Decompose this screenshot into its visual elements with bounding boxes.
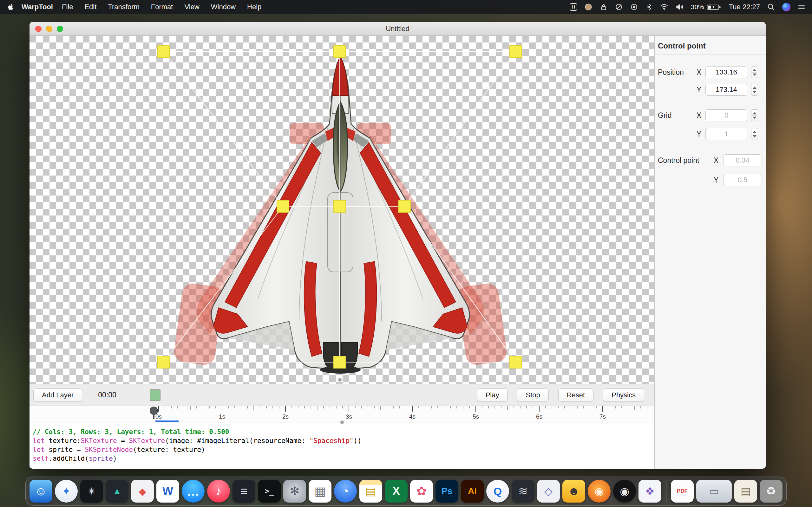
warp-control-handle[interactable] [158,356,170,368]
reset-button[interactable]: Reset [558,389,594,402]
timeline[interactable]: 0s1s2s3s4s5s6s7s [30,406,654,422]
spotlight-search-icon[interactable] [767,3,775,11]
title-bar[interactable]: Untitled [30,22,766,36]
warp-control-handle[interactable] [334,200,346,212]
warp-control-handle[interactable] [277,200,289,212]
code-line: self.addChild(sprite) [33,454,654,463]
warp-control-handle[interactable] [398,200,410,212]
zoom-button[interactable] [57,26,63,32]
physics-button[interactable]: Physics [603,389,644,402]
stepper-up-icon[interactable] [753,112,757,114]
finder-dock-icon[interactable]: ☺ [30,480,52,503]
menu-bar-clock[interactable]: Tue 22:27 [729,3,760,11]
grid-x-field[interactable] [705,109,747,121]
position-y-field[interactable] [705,83,747,96]
gauge-app-dock-icon[interactable]: ◔ [334,480,357,503]
stepper-down-icon[interactable] [753,135,757,137]
mascot-app-dock-icon[interactable]: ☻ [562,480,585,503]
h-app-status-icon[interactable]: H [570,3,577,11]
menu-window[interactable]: Window [205,3,241,11]
writing-app-dock-icon[interactable]: ≡ [233,480,255,503]
position-x-field[interactable] [705,66,747,78]
page-indicator-dot[interactable] [338,378,342,382]
spiral-app-dock-icon[interactable]: ◉ [588,480,611,503]
stepper-up-icon[interactable] [753,87,757,89]
node-editor-dock-icon[interactable]: ❖ [639,480,661,503]
siri-icon[interactable] [782,3,791,11]
quicktime-dock-icon[interactable]: Q [486,480,509,503]
minimize-button[interactable] [46,26,52,32]
dock-separator [666,480,666,502]
menu-format[interactable]: Format [145,3,179,11]
stepper-up-icon[interactable] [753,69,757,71]
slash-circle-status-icon[interactable] [615,3,623,11]
menu-transform[interactable]: Transform [102,3,145,11]
dev-app-dock-icon[interactable]: ▲ [106,480,129,503]
grid-y-field[interactable] [705,128,747,140]
play-button[interactable]: Play [477,389,508,402]
timeline-selection[interactable] [155,420,179,422]
apple-menu[interactable] [7,3,13,11]
stepper-up-icon[interactable] [753,131,757,133]
warp-control-handle[interactable] [334,45,346,57]
round-app-status-icon[interactable] [584,3,593,11]
notification-center-icon[interactable] [798,3,806,11]
battery-icon [706,3,722,11]
spreadsheet-dock-icon[interactable]: X [385,480,408,503]
battery-status[interactable]: 30% [691,3,722,11]
music-dock-icon[interactable]: ♪ [207,480,230,503]
warp-canvas[interactable] [30,36,654,384]
bluetooth-icon[interactable] [645,3,653,11]
illustrator-dock-icon[interactable]: Ai [461,480,484,503]
word-processor-glyph-icon: W [162,485,173,498]
notes-dock-icon[interactable]: ▤ [359,480,382,503]
wifi-icon[interactable] [660,3,669,11]
messages-dock-icon[interactable]: … [182,480,205,503]
system-preferences-dock-icon[interactable]: ✻ [283,480,306,503]
trash-dock-icon[interactable]: ♻ [760,480,782,503]
control-point-x-field[interactable] [723,154,762,166]
close-button[interactable] [35,26,42,32]
app-menu-title[interactable]: WarpTool [21,3,53,11]
code-editor[interactable]: // Cols: 3, Rows: 3, Layers: 1, Total ti… [30,422,654,469]
volume-icon[interactable] [676,3,684,11]
stop-button[interactable]: Stop [517,389,548,402]
word-processor-dock-icon[interactable]: W [156,480,179,503]
timeline-playhead[interactable] [150,406,158,419]
terminal-dock-icon[interactable]: >_ [258,480,281,503]
warp-control-handle[interactable] [510,45,522,57]
editor-column: Add Layer 00:00 Play Stop Reset Physics … [30,36,654,469]
obs-dock-icon[interactable]: ◉ [613,480,636,503]
page-indicator-dot[interactable] [340,420,344,424]
minimized-window-dock-icon[interactable]: ▭ [696,480,732,503]
design-app-glyph-icon: ◆ [139,486,146,497]
menu-help[interactable]: Help [241,3,267,11]
photoshop-dock-icon[interactable]: Ps [436,480,458,503]
safari-dock-icon[interactable]: ✦ [55,480,78,503]
node-editor-glyph-icon: ❖ [645,485,655,498]
warp-control-handle[interactable] [510,356,522,368]
audio-app-dock-icon[interactable]: ≋ [512,480,535,503]
crypto-wallet-dock-icon[interactable]: ◇ [537,480,560,503]
calendar-dock-icon[interactable]: ▦ [309,480,332,503]
pdf-document-dock-icon[interactable]: PDF [671,480,694,503]
menu-edit[interactable]: Edit [79,3,102,11]
photos-dock-icon[interactable]: ✿ [410,480,433,503]
stepper-down-icon[interactable] [753,73,757,76]
illustrator-glyph-icon: Ai [468,486,477,496]
color-swatch[interactable] [150,389,160,401]
hub-status-icon[interactable] [630,3,638,11]
document-dock-icon[interactable]: ▤ [734,480,757,503]
add-layer-button[interactable]: Add Layer [33,389,82,402]
warp-control-handle[interactable] [334,356,346,368]
stepper-down-icon[interactable] [753,117,757,119]
control-point-y-field[interactable] [723,174,762,186]
photo-dark-app-dock-icon[interactable]: ✴ [80,480,103,503]
stepper-down-icon[interactable] [753,91,757,93]
menu-file[interactable]: File [56,3,79,11]
warp-control-handle[interactable] [158,45,170,57]
menu-view[interactable]: View [179,3,205,11]
lock-status-icon[interactable] [600,3,608,11]
control-point-inspector: Control point Position X Y Grid X [654,36,766,469]
design-app-dock-icon[interactable]: ◆ [131,480,154,503]
